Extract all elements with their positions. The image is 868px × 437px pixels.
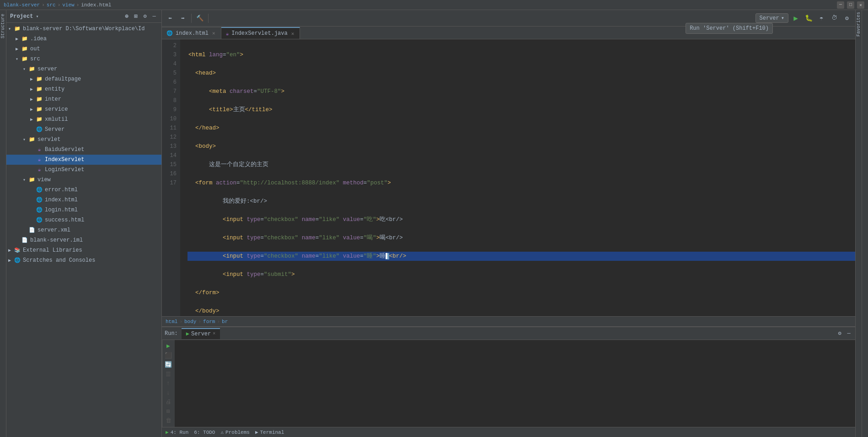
run-config-selector[interactable]: Server ▾ [755, 13, 788, 23]
favorites-label[interactable]: Favorites [856, 10, 861, 38]
tree-item-ext-libs[interactable]: ▶ 📚 External Libraries [6, 245, 161, 255]
breadcrumb-br[interactable]: br [222, 319, 228, 324]
tree-label-entity: entity [45, 86, 64, 92]
tree-item-project[interactable]: ▾ 📁 blank-server D:\Software\Workplace\I… [6, 24, 161, 34]
project-label: Project [10, 13, 33, 20]
tree-item-error-html[interactable]: ▶ 🌐 error.html [6, 185, 161, 195]
todo-tab-link[interactable]: 6: TODO [194, 430, 215, 435]
file-tree: ▾ 📁 blank-server D:\Software\Workplace\I… [6, 23, 161, 437]
tree-item-login-servlet[interactable]: ▶ ☕ LoginServlet [6, 165, 161, 175]
tab-close-index-servlet[interactable]: ✕ [290, 31, 295, 37]
problems-label: Problems [225, 430, 250, 435]
tree-arrow-service: ▶ [30, 107, 36, 112]
close-icon[interactable]: ✕ [857, 1, 864, 9]
code-line-14: <input type="submit"> [188, 270, 855, 279]
code-line-15: </form> [188, 288, 855, 297]
toolbar-right: Server ▾ ▶ 🐛 ☂ ⏱ ⚙ [755, 13, 852, 24]
problems-link[interactable]: ⚠ Problems [220, 429, 249, 435]
title-src[interactable]: src [47, 2, 56, 8]
forward-btn[interactable]: ➡ [177, 13, 188, 24]
build-btn[interactable]: 🔨 [194, 13, 205, 24]
tree-item-entity[interactable]: ▶ 📁 entity [6, 84, 161, 94]
run-next-btn: ↓ [163, 388, 173, 397]
tree-arrow-inter: ▶ [30, 97, 36, 102]
tree-item-service[interactable]: ▶ 📁 service [6, 104, 161, 114]
tree-item-out[interactable]: ▶ 📁 out [6, 44, 161, 54]
run-tab-close[interactable]: × [213, 331, 215, 336]
run-minimize-icon[interactable]: ─ [845, 330, 852, 337]
tree-arrow-scratches: ▶ [8, 258, 14, 263]
folder-server-icon: 📁 [28, 65, 36, 73]
server-xml-icon: 📄 [28, 227, 36, 234]
tree-item-idea[interactable]: ▶ 📁 .idea [6, 34, 161, 44]
code-line-3: <head> [188, 69, 855, 78]
tree-label-out: out [30, 46, 40, 52]
tree-item-xmlutil[interactable]: ▶ 📁 xmlutil [6, 114, 161, 124]
panel-scope-icon[interactable]: ⊕ [123, 13, 130, 20]
favorites-sidebar[interactable]: Favorites [855, 10, 862, 437]
tree-label-login-servlet: LoginServlet [45, 167, 84, 173]
tree-item-baidu-servlet[interactable]: ▶ ☕ BaiduServlet [6, 145, 161, 155]
project-dropdown-icon[interactable]: ▾ [36, 14, 38, 19]
tree-item-login-html[interactable]: ▶ 🌐 login.html [6, 205, 161, 215]
folder-defaultpage-icon: 📁 [36, 76, 43, 83]
run-print-btn: 🖨 [163, 398, 173, 406]
structure-sidebar[interactable]: Structure [0, 10, 6, 437]
tree-item-src[interactable]: ▾ 📁 src [6, 54, 161, 64]
breadcrumb-form[interactable]: form [203, 319, 215, 324]
tab-close-index-html[interactable]: ✕ [211, 30, 216, 36]
code-line-8: 这是一个自定义的主页 [188, 160, 855, 169]
title-bar: blank-server › src › view › index.html ─… [0, 0, 868, 10]
profile-btn[interactable]: ⏱ [829, 13, 840, 24]
tab-index-html[interactable]: 🌐 index.html ✕ [162, 27, 221, 39]
tree-item-success-html[interactable]: ▶ 🌐 success.html [6, 215, 161, 225]
tree-item-view[interactable]: ▾ 📁 view [6, 175, 161, 185]
tree-item-defaultpage[interactable]: ▶ 📁 defaultpage [6, 74, 161, 84]
tree-label-server-xml: server.xml [38, 227, 70, 233]
minimize-icon[interactable]: ─ [837, 1, 844, 9]
tree-label-index-html: index.html [45, 197, 78, 203]
tree-item-index-servlet[interactable]: ▶ ☕ IndexServlet [6, 155, 161, 165]
run-tab-server[interactable]: ▶ Server × [182, 328, 220, 339]
settings-btn[interactable]: ⚙ [841, 13, 852, 24]
folder-xmlutil-icon: 📁 [36, 116, 43, 123]
code-editor[interactable]: <html lang="en"> <head> <meta charset="U… [180, 39, 855, 316]
tree-item-server-folder[interactable]: ▾ 📁 server [6, 64, 161, 74]
bottom-panel: Run: ▶ Server × ⚙ ─ ▶ ⬛ 🔄 ☰ ↑ [162, 326, 855, 427]
tree-item-server-class[interactable]: ▶ 🌐 Server [6, 124, 161, 135]
debug-btn[interactable]: 🐛 [803, 13, 814, 24]
tree-item-iml[interactable]: ▶ 📄 blank-server.iml [6, 235, 161, 245]
tree-item-server-xml[interactable]: ▶ 📄 server.xml [6, 225, 161, 235]
folder-out-icon: 📁 [21, 45, 28, 53]
tree-item-index-html[interactable]: ▶ 🌐 index.html [6, 195, 161, 205]
iml-icon: 📄 [21, 237, 28, 244]
tree-label-iml: blank-server.iml [30, 237, 83, 243]
run-stop-btn-1[interactable]: ⬛ [163, 351, 173, 359]
run-btn[interactable]: ▶ [790, 13, 801, 24]
coverage-btn[interactable]: ☂ [816, 13, 827, 24]
tree-label-src: src [30, 56, 40, 62]
restore-icon[interactable]: □ [847, 1, 854, 9]
project-root-icon: 📁 [14, 25, 21, 32]
terminal-link[interactable]: ▶ Terminal [255, 429, 284, 435]
breadcrumb-body[interactable]: body [184, 319, 196, 324]
panel-layout-icon[interactable]: ⊞ [132, 13, 139, 20]
panel-settings-icon[interactable]: ⚙ [141, 13, 149, 20]
panel-close-icon[interactable]: ─ [150, 13, 158, 20]
structure-label[interactable]: Structure [0, 12, 5, 40]
breadcrumb-html[interactable]: html [166, 319, 177, 324]
folder-entity-icon: 📁 [36, 86, 43, 93]
tree-item-scratches[interactable]: ▶ 🌐 Scratches and Consoles [6, 255, 161, 265]
run-play-btn[interactable]: ▶ [163, 342, 173, 350]
tree-label-service: service [45, 106, 68, 113]
tree-item-servlet[interactable]: ▾ 📁 servlet [6, 135, 161, 145]
tree-item-inter[interactable]: ▶ 📁 inter [6, 94, 161, 104]
tab-index-servlet[interactable]: ☕ IndexServlet.java ✕ [221, 27, 300, 39]
run-tab-link[interactable]: ▶ 4: Run [166, 429, 188, 435]
back-btn[interactable]: ⬅ [165, 13, 176, 24]
run-toolbar: ▶ ⬛ 🔄 ☰ ↑ ↓ 🖨 ⊞ 🗑 [162, 340, 175, 427]
run-settings-icon[interactable]: ⚙ [836, 330, 843, 337]
login-html-icon: 🌐 [36, 206, 43, 214]
title-project[interactable]: blank-server [4, 2, 40, 8]
title-view[interactable]: view [62, 2, 74, 8]
